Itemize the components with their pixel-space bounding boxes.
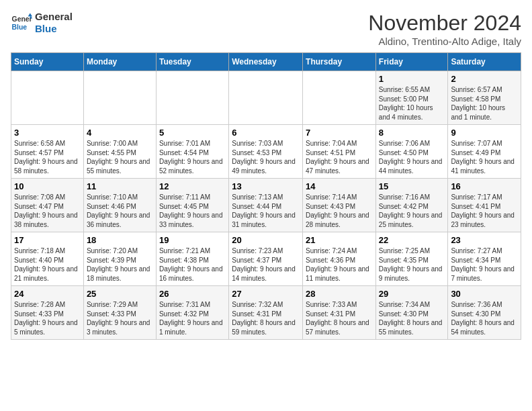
calendar-week-1: 1Sunrise: 6:55 AM Sunset: 5:00 PM Daylig… [11,71,521,125]
day-number: 8 [379,128,445,138]
weekday-header-tuesday: Tuesday [156,53,228,71]
calendar-cell: 15Sunrise: 7:16 AM Sunset: 4:42 PM Dayli… [375,179,448,232]
day-info: Sunrise: 7:06 AM Sunset: 4:50 PM Dayligh… [379,139,445,175]
day-number: 16 [451,181,518,191]
day-number: 15 [379,181,445,191]
logo-general: General [35,11,73,22]
day-number: 13 [232,181,300,191]
calendar-cell: 26Sunrise: 7:31 AM Sunset: 4:32 PM Dayli… [156,286,228,340]
day-info: Sunrise: 7:13 AM Sunset: 4:44 PM Dayligh… [232,193,300,229]
day-info: Sunrise: 7:08 AM Sunset: 4:47 PM Dayligh… [14,193,81,229]
weekday-header-sunday: Sunday [11,53,84,71]
day-info: Sunrise: 7:11 AM Sunset: 4:45 PM Dayligh… [159,193,226,229]
day-info: Sunrise: 7:00 AM Sunset: 4:55 PM Dayligh… [87,139,153,175]
calendar-cell: 1Sunrise: 6:55 AM Sunset: 5:00 PM Daylig… [375,71,448,125]
day-info: Sunrise: 7:16 AM Sunset: 4:42 PM Dayligh… [379,193,445,229]
calendar-cell: 7Sunrise: 7:04 AM Sunset: 4:51 PM Daylig… [303,125,376,179]
calendar-cell: 5Sunrise: 7:01 AM Sunset: 4:54 PM Daylig… [156,125,228,179]
svg-text:General: General [12,15,32,23]
calendar-cell: 19Sunrise: 7:21 AM Sunset: 4:38 PM Dayli… [156,232,228,286]
day-number: 4 [87,128,153,138]
calendar-cell: 17Sunrise: 7:18 AM Sunset: 4:40 PM Dayli… [11,232,84,286]
calendar-cell: 22Sunrise: 7:25 AM Sunset: 4:35 PM Dayli… [375,232,448,286]
calendar-cell: 2Sunrise: 6:57 AM Sunset: 4:58 PM Daylig… [448,71,521,125]
day-number: 9 [451,128,518,138]
day-number: 2 [451,74,518,84]
day-number: 3 [14,128,81,138]
day-number: 5 [159,128,226,138]
calendar-cell: 16Sunrise: 7:17 AM Sunset: 4:41 PM Dayli… [448,179,521,232]
day-number: 11 [87,181,153,191]
day-number: 21 [306,235,373,245]
day-info: Sunrise: 7:23 AM Sunset: 4:37 PM Dayligh… [232,246,300,283]
day-info: Sunrise: 7:33 AM Sunset: 4:31 PM Dayligh… [306,300,373,336]
day-info: Sunrise: 7:32 AM Sunset: 4:31 PM Dayligh… [232,300,300,336]
day-number: 30 [451,289,518,299]
logo-blue: Blue [35,23,73,35]
day-number: 20 [232,235,300,245]
calendar-cell: 21Sunrise: 7:24 AM Sunset: 4:36 PM Dayli… [303,232,376,286]
calendar-cell: 24Sunrise: 7:28 AM Sunset: 4:33 PM Dayli… [11,286,84,340]
day-number: 24 [14,289,81,299]
day-number: 14 [306,181,373,191]
calendar-cell [303,71,376,125]
calendar-table: SundayMondayTuesdayWednesdayThursdayFrid… [11,52,521,340]
day-number: 10 [14,181,81,191]
day-info: Sunrise: 7:24 AM Sunset: 4:36 PM Dayligh… [306,246,373,283]
day-number: 7 [306,128,373,138]
calendar-body: 1Sunrise: 6:55 AM Sunset: 5:00 PM Daylig… [11,71,521,340]
calendar-cell: 23Sunrise: 7:27 AM Sunset: 4:34 PM Dayli… [448,232,521,286]
day-info: Sunrise: 7:04 AM Sunset: 4:51 PM Dayligh… [306,139,373,175]
calendar-cell: 12Sunrise: 7:11 AM Sunset: 4:45 PM Dayli… [156,179,228,232]
day-info: Sunrise: 7:14 AM Sunset: 4:43 PM Dayligh… [306,193,373,229]
calendar-cell: 20Sunrise: 7:23 AM Sunset: 4:37 PM Dayli… [229,232,303,286]
day-info: Sunrise: 6:57 AM Sunset: 4:58 PM Dayligh… [451,85,518,122]
calendar-cell: 3Sunrise: 6:58 AM Sunset: 4:57 PM Daylig… [11,125,84,179]
day-info: Sunrise: 7:03 AM Sunset: 4:53 PM Dayligh… [232,139,300,175]
calendar-week-2: 3Sunrise: 6:58 AM Sunset: 4:57 PM Daylig… [11,125,521,179]
day-number: 22 [379,235,445,245]
calendar-cell: 29Sunrise: 7:34 AM Sunset: 4:30 PM Dayli… [375,286,448,340]
logo-icon: General Blue [11,12,32,34]
weekday-header-monday: Monday [83,53,156,71]
logo: General Blue General Blue [11,11,73,35]
day-info: Sunrise: 7:25 AM Sunset: 4:35 PM Dayligh… [379,246,445,283]
day-info: Sunrise: 7:17 AM Sunset: 4:41 PM Dayligh… [451,193,518,229]
day-number: 27 [232,289,300,299]
day-number: 18 [87,235,153,245]
weekday-header-thursday: Thursday [303,53,376,71]
day-number: 6 [232,128,300,138]
day-info: Sunrise: 7:28 AM Sunset: 4:33 PM Dayligh… [14,300,81,336]
weekday-header-saturday: Saturday [448,53,521,71]
weekday-header-friday: Friday [375,53,448,71]
calendar-cell: 11Sunrise: 7:10 AM Sunset: 4:46 PM Dayli… [83,179,156,232]
calendar-cell: 6Sunrise: 7:03 AM Sunset: 4:53 PM Daylig… [229,125,303,179]
day-info: Sunrise: 7:36 AM Sunset: 4:30 PM Dayligh… [451,300,518,336]
calendar-cell: 13Sunrise: 7:13 AM Sunset: 4:44 PM Dayli… [229,179,303,232]
calendar-week-3: 10Sunrise: 7:08 AM Sunset: 4:47 PM Dayli… [11,179,521,232]
calendar-cell [229,71,303,125]
svg-marker-2 [28,13,32,17]
day-info: Sunrise: 6:58 AM Sunset: 4:57 PM Dayligh… [14,139,81,175]
day-number: 25 [87,289,153,299]
day-info: Sunrise: 7:27 AM Sunset: 4:34 PM Dayligh… [451,246,518,283]
day-info: Sunrise: 7:18 AM Sunset: 4:40 PM Dayligh… [14,246,81,283]
day-number: 17 [14,235,81,245]
day-info: Sunrise: 7:34 AM Sunset: 4:30 PM Dayligh… [379,300,445,336]
day-number: 19 [159,235,226,245]
day-info: Sunrise: 7:07 AM Sunset: 4:49 PM Dayligh… [451,139,518,175]
title-area: November 2024 Aldino, Trentino-Alto Adig… [368,11,521,47]
day-number: 29 [379,289,445,299]
calendar-cell [11,71,84,125]
calendar-cell: 10Sunrise: 7:08 AM Sunset: 4:47 PM Dayli… [11,179,84,232]
calendar-cell: 14Sunrise: 7:14 AM Sunset: 4:43 PM Dayli… [303,179,376,232]
calendar-cell: 9Sunrise: 7:07 AM Sunset: 4:49 PM Daylig… [448,125,521,179]
calendar-week-4: 17Sunrise: 7:18 AM Sunset: 4:40 PM Dayli… [11,232,521,286]
header: General Blue General Blue November 2024 … [11,11,521,47]
calendar-cell: 30Sunrise: 7:36 AM Sunset: 4:30 PM Dayli… [448,286,521,340]
location-title: Aldino, Trentino-Alto Adige, Italy [368,36,521,47]
day-number: 1 [379,74,445,84]
calendar-cell: 4Sunrise: 7:00 AM Sunset: 4:55 PM Daylig… [83,125,156,179]
calendar-cell [156,71,228,125]
day-number: 28 [306,289,373,299]
